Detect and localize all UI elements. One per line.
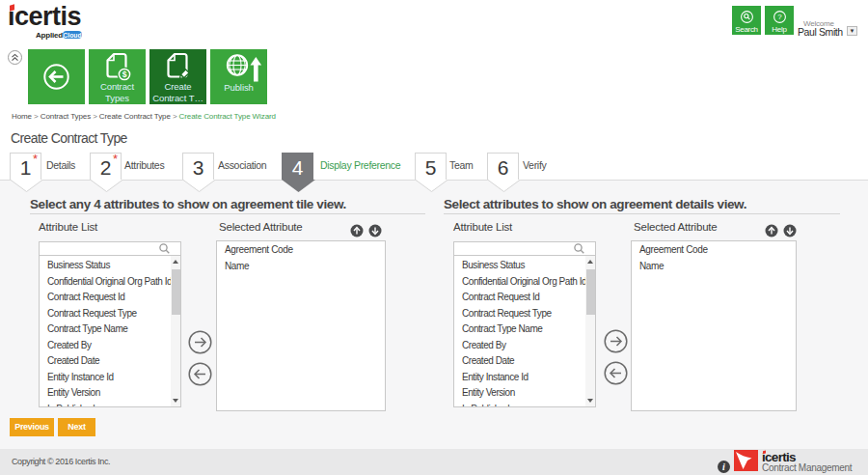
svg-text:$: $ xyxy=(122,70,127,79)
svg-text:?: ? xyxy=(777,13,782,21)
